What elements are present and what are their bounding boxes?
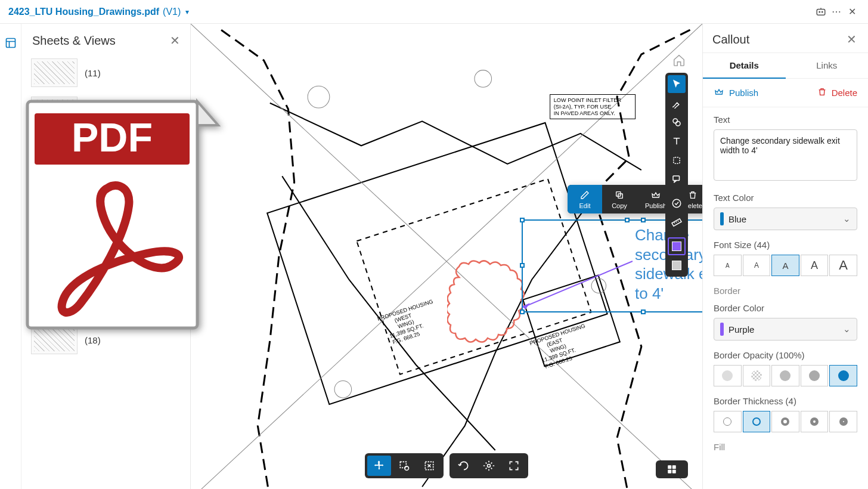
filename[interactable]: 2423_LTU Housing_Drawings.pdf [8,7,159,17]
opacity-60[interactable] [771,365,799,386]
home-icon[interactable] [672,54,686,69]
opacity-20[interactable] [714,365,742,386]
stamp-tool[interactable] [668,151,686,169]
tab-details[interactable]: Details [703,53,786,79]
svg-text:(SI-2A), TYP. FOR USE: (SI-2A), TYP. FOR USE [554,104,612,110]
zoom-extents-tool[interactable] [417,456,441,476]
border-color-select[interactable]: Purple⌄ [714,318,857,341]
svg-text:LOW POINT INLET FILTER: LOW POINT INLET FILTER [554,97,622,103]
svg-rect-3 [6,39,15,48]
svg-point-31 [673,119,678,123]
trash-icon [688,190,698,200]
chevron-down-icon[interactable]: ▾ [185,8,189,16]
svg-point-2 [822,11,823,13]
sidebar: Sheets & Views ✕ (11) (12) (13) (14) (15… [21,24,191,489]
pen-tool[interactable] [668,94,686,112]
svg-point-32 [676,122,681,126]
properties-panel: Callout ✕ Details Links Publish Delete T… [702,24,868,489]
font-size-label: Font Size (44) [714,240,857,250]
sidebar-close-icon[interactable]: ✕ [168,33,182,48]
callout-tool[interactable] [668,171,686,188]
measure-tool[interactable] [668,213,686,231]
edit-button[interactable]: Edit [568,185,602,213]
shapes-tool[interactable] [668,113,686,131]
file-version: (V1) [163,7,181,17]
sheet-thumbnail-row[interactable]: (11) [27,54,190,92]
panel-title: Callout [712,33,749,47]
fullscreen-tool[interactable] [502,456,526,476]
svg-rect-34 [673,176,680,181]
view-toolbar [365,453,528,478]
thickness-1[interactable] [714,411,742,432]
border-section-label: Border [714,286,857,296]
panel-close-icon[interactable]: ✕ [844,32,858,47]
markup-toolbar [665,73,688,277]
publish-action[interactable]: Publish [714,87,758,98]
cloud-markup[interactable] [447,259,531,355]
text-color-select[interactable]: Blue⌄ [714,208,857,230]
pan-tool[interactable] [367,456,391,476]
opacity-40[interactable] [743,365,771,386]
svg-point-1 [819,11,820,13]
border-opacity-label: Border Opacity (100%) [714,350,857,360]
pdf-file-icon: PDF [10,89,224,340]
sheet-thumbnail [31,58,78,87]
more-icon[interactable]: ⋯ [829,4,844,20]
drawing-canvas[interactable]: LOW POINT INLET FILTER (SI-2A), TYP. FOR… [191,24,702,489]
border-color-label: Border Color [714,303,857,313]
border-thickness-options [714,411,857,432]
svg-rect-43 [668,470,671,473]
copy-icon [615,190,624,200]
panel-tabs: Details Links [703,52,868,79]
text-color-label: Text Color [714,193,857,203]
svg-rect-41 [668,465,671,469]
sheets-rail-icon[interactable] [4,36,18,50]
font-size-sm[interactable]: A [743,255,771,276]
svg-rect-44 [672,470,676,473]
font-size-lg[interactable]: A [801,255,829,276]
chevron-down-icon: ⌄ [843,213,851,224]
zoom-window-tool[interactable] [392,456,416,476]
opacity-100[interactable] [829,365,857,386]
opacity-80[interactable] [801,365,829,386]
thickness-4[interactable] [801,411,829,432]
callout-text-input[interactable] [714,129,857,181]
text-tool[interactable] [668,132,686,150]
thickness-2[interactable] [743,411,771,432]
tab-links[interactable]: Links [786,53,869,79]
border-thickness-label: Border Thickness (4) [714,396,857,406]
text-label: Text [714,114,857,125]
sheet-label: (11) [85,68,101,78]
copy-button[interactable]: Copy [602,185,637,213]
chevron-down-icon: ⌄ [843,324,851,335]
font-size-xl[interactable]: A [829,255,857,276]
border-opacity-options [714,365,857,386]
thickness-3[interactable] [771,411,799,432]
select-tool[interactable] [668,75,686,93]
close-icon[interactable]: ✕ [844,4,860,20]
svg-rect-33 [674,157,680,164]
svg-text:PDF: PDF [72,114,153,160]
issue-tool[interactable] [668,194,686,212]
font-size-md[interactable]: A [771,255,799,276]
svg-rect-0 [817,9,825,15]
titlebar: 2423_LTU Housing_Drawings.pdf (V1) ▾ ⋯ ✕ [0,0,868,24]
svg-text:IN PAVED AREAS ONLY.: IN PAVED AREAS ONLY. [554,110,615,116]
grid-view-toggle[interactable] [656,460,688,478]
sidebar-title: Sheets & Views [32,34,116,48]
rotate-tool[interactable] [452,456,476,476]
fill-section-label: Fill [714,442,857,452]
trash-icon [817,87,827,98]
crown-icon [714,87,724,98]
svg-point-40 [488,465,491,468]
crown-icon [650,190,661,200]
color-primary[interactable] [668,237,686,255]
font-size-options: A A A A A [714,255,857,276]
pencil-icon [580,190,590,200]
delete-action[interactable]: Delete [817,87,857,98]
thickness-5[interactable] [829,411,857,432]
color-secondary[interactable] [668,256,686,274]
settings-tool[interactable] [477,456,501,476]
assistant-icon[interactable] [813,4,829,20]
font-size-xs[interactable]: A [714,255,742,276]
